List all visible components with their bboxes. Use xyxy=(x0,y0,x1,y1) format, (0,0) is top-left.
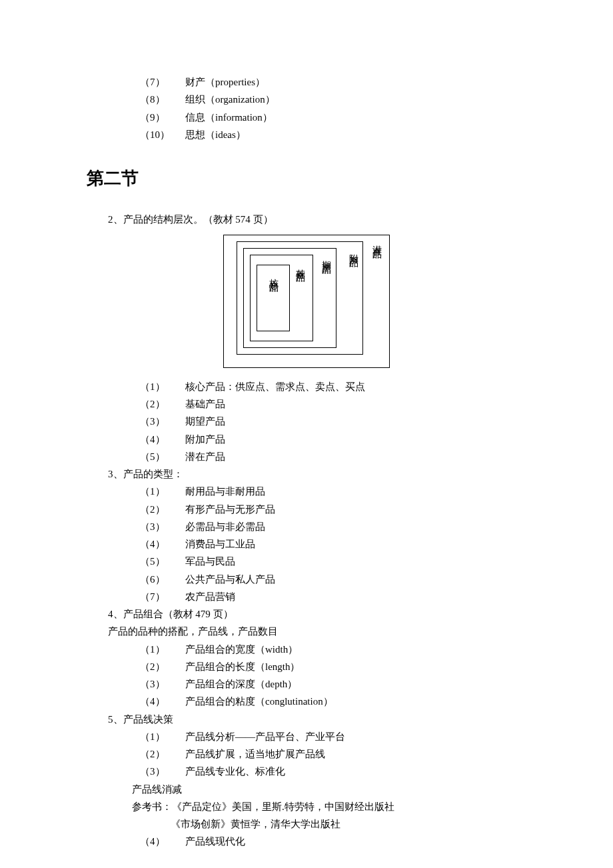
item-text: 产品线分析——产品平台、产业平台 xyxy=(185,728,345,745)
section-title: 第二节 xyxy=(87,163,526,194)
item-number: （7） xyxy=(140,588,185,605)
nested-boxes-diagram: 核心产品 基础产品 期望产品 附加产品 潜在产品 xyxy=(223,235,390,368)
list-item: （1） 产品线分析——产品平台、产业平台 xyxy=(140,728,526,745)
item-number: （5） xyxy=(140,448,185,465)
point-4-heading: 4、产品组合（教材 479 页） xyxy=(87,605,526,623)
item-text: 必需品与非必需品 xyxy=(185,518,265,535)
item-number: （4） xyxy=(140,431,185,448)
item-number: （1） xyxy=(140,378,185,395)
item-text: 财产（properties） xyxy=(185,73,265,91)
list-item: （7） 农产品营销 xyxy=(140,588,526,605)
point-5-list-b: （4） 产品线现代化 xyxy=(87,833,526,850)
item-text: 基础产品 xyxy=(185,395,225,413)
list-item: （4） 产品组合的粘度（conglutination） xyxy=(140,693,526,710)
list-item: （5） 军品与民品 xyxy=(140,553,526,570)
item-number: （2） xyxy=(140,395,185,413)
point-5-heading: 5、产品线决策 xyxy=(87,711,526,728)
item-text: 农产品营销 xyxy=(185,588,235,605)
item-text: 产品线专业化、标准化 xyxy=(185,763,285,780)
item-text: 有形产品与无形产品 xyxy=(185,501,275,518)
diagram-label-basic: 基础产品 xyxy=(295,261,305,267)
product-level-diagram: 核心产品 基础产品 期望产品 附加产品 潜在产品 xyxy=(87,235,526,368)
point-5-list-a: （1） 产品线分析——产品平台、产业平台 （2） 产品线扩展，适当地扩展产品线 … xyxy=(87,728,526,781)
list-item: （5） 潜在产品 xyxy=(140,448,526,465)
list-item: （4） 附加产品 xyxy=(140,431,526,448)
item-number: （1） xyxy=(140,483,185,500)
list-item: （3） 必需品与非必需品 xyxy=(140,518,526,535)
item-number: （5） xyxy=(140,553,185,570)
item-number: （3） xyxy=(140,413,185,430)
point-5-reference-1: 参考书：《产品定位》美国，里斯.特劳特，中国财经出版社 xyxy=(87,798,526,815)
item-text: 消费品与工业品 xyxy=(185,535,255,553)
item-text: 产品组合的粘度（conglutination） xyxy=(185,693,333,710)
item-number: （9） xyxy=(140,109,185,126)
point-2-heading: 2、产品的结构层次。（教材 574 页） xyxy=(87,211,526,228)
list-item: （9） 信息（information） xyxy=(140,109,526,126)
list-item: （7） 财产（properties） xyxy=(140,73,526,91)
item-number: （7） xyxy=(140,73,185,91)
diagram-label-potential: 潜在产品 xyxy=(372,238,381,243)
list-item: （3） 期望产品 xyxy=(140,413,526,430)
list-item: （6） 公共产品与私人产品 xyxy=(140,571,526,588)
point-2-list: （1） 核心产品：供应点、需求点、卖点、买点 （2） 基础产品 （3） 期望产品… xyxy=(87,378,526,465)
item-text: 产品组合的深度（depth） xyxy=(185,675,297,693)
item-text: 军品与民品 xyxy=(185,553,235,570)
list-item: （4） 产品线现代化 xyxy=(140,833,526,850)
item-number: （2） xyxy=(140,658,185,675)
item-text: 产品线扩展，适当地扩展产品线 xyxy=(185,745,325,763)
list-item: （3） 产品组合的深度（depth） xyxy=(140,675,526,693)
point-3-heading: 3、产品的类型： xyxy=(87,465,526,483)
list-item: （4） 消费品与工业品 xyxy=(140,535,526,553)
list-item: （1） 产品组合的宽度（width） xyxy=(140,641,526,658)
item-text: 公共产品与私人产品 xyxy=(185,571,275,588)
item-number: （4） xyxy=(140,693,185,710)
list-item: （2） 产品组合的长度（length） xyxy=(140,658,526,675)
point-5-reference-2: 《市场创新》黄恒学，清华大学出版社 xyxy=(87,815,526,833)
item-text: 思想（ideas） xyxy=(185,126,246,143)
diagram-label-augmented: 附加产品 xyxy=(348,247,358,252)
list-item: （1） 核心产品：供应点、需求点、卖点、买点 xyxy=(140,378,526,395)
item-text: 产品组合的长度（length） xyxy=(185,658,301,675)
item-text: 期望产品 xyxy=(185,413,225,430)
item-number: （3） xyxy=(140,518,185,535)
list-item: （8） 组织（organization） xyxy=(140,91,526,108)
item-text: 潜在产品 xyxy=(185,448,225,465)
list-item: （2） 基础产品 xyxy=(140,395,526,413)
list-item: （2） 有形产品与无形产品 xyxy=(140,501,526,518)
diagram-label-expected: 期望产品 xyxy=(321,253,330,259)
diagram-label-core: 核心产品 xyxy=(269,271,278,277)
item-number: （10） xyxy=(140,126,185,143)
item-number: （4） xyxy=(140,833,185,850)
point-5-note-reduction: 产品线消减 xyxy=(87,781,526,798)
item-number: （2） xyxy=(140,501,185,518)
item-number: （3） xyxy=(140,763,185,780)
item-number: （1） xyxy=(140,641,185,658)
item-text: 核心产品：供应点、需求点、卖点、买点 xyxy=(185,378,365,395)
list-item: （1） 耐用品与非耐用品 xyxy=(140,483,526,500)
item-number: （1） xyxy=(140,728,185,745)
point-4-list: （1） 产品组合的宽度（width） （2） 产品组合的长度（length） （… xyxy=(87,641,526,711)
item-number: （8） xyxy=(140,91,185,108)
point-3-list: （1） 耐用品与非耐用品 （2） 有形产品与无形产品 （3） 必需品与非必需品 … xyxy=(87,483,526,605)
item-number: （4） xyxy=(140,535,185,553)
item-number: （2） xyxy=(140,745,185,763)
item-text: 组织（organization） xyxy=(185,91,275,108)
item-text: 产品线现代化 xyxy=(185,833,245,850)
item-number: （6） xyxy=(140,571,185,588)
list-item: （10） 思想（ideas） xyxy=(140,126,526,143)
item-text: 附加产品 xyxy=(185,431,225,448)
item-number: （3） xyxy=(140,675,185,693)
list-item: （3） 产品线专业化、标准化 xyxy=(140,763,526,780)
list-item: （2） 产品线扩展，适当地扩展产品线 xyxy=(140,745,526,763)
item-text: 耐用品与非耐用品 xyxy=(185,483,265,500)
continued-list: （7） 财产（properties） （8） 组织（organization） … xyxy=(87,73,526,143)
item-text: 信息（information） xyxy=(185,109,273,126)
item-text: 产品组合的宽度（width） xyxy=(185,641,298,658)
point-4-subtext: 产品的品种的搭配，产品线，产品数目 xyxy=(87,623,526,640)
